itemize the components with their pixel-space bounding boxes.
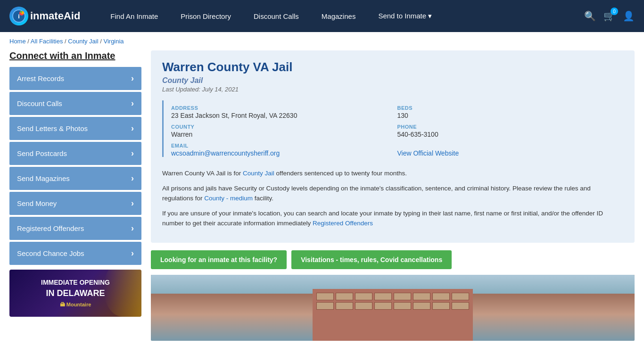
window	[394, 293, 411, 300]
beds-value: 130	[397, 112, 624, 119]
facility-card: Warren County VA Jail County Jail Last U…	[151, 50, 635, 243]
detail-col-left: ADDRESS 23 East Jackson St, Front Royal,…	[171, 100, 397, 157]
sidebar-item-label: Send Money	[17, 199, 57, 207]
county-jail-link[interactable]: County Jail	[243, 170, 274, 177]
facility-name: Warren County VA Jail	[162, 60, 623, 74]
detail-col-right: BEDS 130 PHONE 540-635-3100 View Officia…	[397, 100, 624, 157]
breadcrumb: Home / All Facilities / County Jail / Vi…	[0, 32, 644, 50]
sidebar-item-send-letters[interactable]: Send Letters & Photos ›	[9, 117, 141, 140]
sidebar-item-label: Send Postcards	[17, 149, 67, 157]
sidebar-item-label: Send Magazines	[17, 174, 70, 182]
logo-icon: i	[9, 7, 28, 25]
find-inmate-button[interactable]: Looking for an inmate at this facility?	[151, 250, 287, 269]
sidebar-item-send-postcards[interactable]: Send Postcards ›	[9, 142, 141, 165]
sidebar-item-second-chance-jobs[interactable]: Second Chance Jobs ›	[9, 242, 141, 265]
window	[355, 293, 372, 300]
chevron-right-icon: ›	[131, 99, 134, 108]
sidebar-items: Arrest Records › Discount Calls › Send L…	[9, 67, 141, 265]
building-windows	[313, 289, 473, 313]
cart-badge: 0	[611, 8, 618, 15]
email-link[interactable]: wcsoadmin@warrencountysheriff.org	[171, 149, 280, 157]
sidebar-item-registered-offenders[interactable]: Registered Offenders ›	[9, 217, 141, 240]
window	[432, 293, 450, 300]
sidebar-item-label: Discount Calls	[17, 99, 62, 107]
website-link[interactable]: View Official Website	[397, 149, 459, 157]
facility-description: Warren County VA Jail is for County Jail…	[162, 165, 623, 229]
ad-line1: IMMEDIATE OPENING	[41, 278, 110, 288]
window	[374, 293, 392, 300]
address-label: ADDRESS	[171, 105, 397, 111]
sidebar-item-send-money[interactable]: Send Money ›	[9, 192, 141, 215]
desc-paragraph-2: All prisons and jails have Security or C…	[162, 183, 623, 204]
desc-paragraph-1: Warren County VA Jail is for County Jail…	[162, 168, 623, 179]
county-value: Warren	[171, 131, 397, 138]
window	[452, 302, 469, 310]
window	[316, 293, 334, 300]
window	[452, 293, 469, 300]
nav-right: 🔍 🛒 0 👤	[584, 10, 635, 22]
chevron-right-icon: ›	[131, 198, 134, 208]
email-value: wcsoadmin@warrencountysheriff.org	[171, 149, 397, 157]
beds-label: BEDS	[397, 105, 624, 111]
search-icon[interactable]: 🔍	[584, 10, 596, 22]
website-link-wrapper: View Official Website	[397, 149, 624, 157]
sidebar-item-label: Send Letters & Photos	[17, 124, 88, 132]
phone-value: 540-635-3100	[397, 131, 624, 138]
breadcrumb-home[interactable]: Home	[9, 38, 26, 45]
desc-paragraph-3: If you are unsure of your inmate's locat…	[162, 208, 623, 229]
ad-logo: 🏔 Mountaire	[41, 301, 110, 308]
nav-magazines[interactable]: Magazines	[310, 12, 367, 20]
cart-icon[interactable]: 🛒 0	[603, 10, 615, 22]
user-icon[interactable]: 👤	[623, 10, 635, 22]
chevron-right-icon: ›	[131, 173, 134, 183]
phone-label: PHONE	[397, 124, 624, 130]
county-label: COUNTY	[171, 124, 397, 130]
visitations-button[interactable]: Visitations - times, rules, Covid cancel…	[291, 250, 452, 269]
facility-type: County Jail	[162, 76, 623, 85]
nav-discount-calls[interactable]: Discount Calls	[242, 12, 310, 20]
breadcrumb-county-jail[interactable]: County Jail	[68, 38, 98, 45]
breadcrumb-virginia[interactable]: Virginia	[103, 38, 124, 45]
window	[413, 302, 430, 310]
sidebar-ad: IMMEDIATE OPENING IN DELAWARE 🏔 Mountair…	[9, 270, 141, 317]
window	[355, 302, 372, 310]
logo[interactable]: i inmateAid	[9, 7, 80, 25]
window	[336, 302, 353, 310]
chevron-right-icon: ›	[131, 248, 134, 258]
window	[394, 302, 411, 310]
action-buttons: Looking for an inmate at this facility? …	[151, 250, 635, 269]
window	[432, 302, 450, 310]
nav-find-inmate[interactable]: Find An Inmate	[99, 12, 169, 20]
facility-details: ADDRESS 23 East Jackson St, Front Royal,…	[162, 100, 623, 157]
content: Warren County VA Jail County Jail Last U…	[151, 50, 635, 341]
registered-offenders-link[interactable]: Registered Offenders	[313, 220, 373, 227]
window	[336, 293, 353, 300]
chevron-right-icon: ›	[131, 223, 134, 233]
window	[316, 302, 334, 310]
nav-prison-directory[interactable]: Prison Directory	[169, 12, 242, 20]
chevron-right-icon: ›	[131, 148, 134, 158]
breadcrumb-all-facilities[interactable]: All Facilities	[31, 38, 63, 45]
window	[413, 293, 430, 300]
sidebar-item-discount-calls[interactable]: Discount Calls ›	[9, 92, 141, 115]
email-label: EMAIL	[171, 143, 397, 148]
sidebar-item-label: Registered Offenders	[17, 224, 84, 232]
facility-updated: Last Updated: July 14, 2021	[162, 86, 623, 93]
sidebar-item-arrest-records[interactable]: Arrest Records ›	[9, 67, 141, 90]
ad-text: IMMEDIATE OPENING IN DELAWARE 🏔 Mountair…	[41, 278, 110, 308]
chevron-right-icon: ›	[131, 74, 134, 83]
chevron-right-icon: ›	[131, 123, 134, 133]
nav-links: Find An Inmate Prison Directory Discount…	[99, 12, 584, 20]
county-medium-link[interactable]: County - medium	[204, 195, 253, 202]
svg-point-4	[20, 11, 22, 13]
ad-line2: IN DELAWARE	[41, 288, 110, 299]
nav-send-to-inmate[interactable]: Send to Inmate ▾	[367, 12, 443, 20]
sidebar-title: Connect with an Inmate	[9, 50, 141, 61]
main-layout: Connect with an Inmate Arrest Records › …	[0, 50, 644, 341]
sidebar: Connect with an Inmate Arrest Records › …	[9, 50, 141, 341]
sidebar-item-send-magazines[interactable]: Send Magazines ›	[9, 167, 141, 190]
sidebar-item-label: Second Chance Jobs	[17, 249, 84, 257]
navbar: i inmateAid Find An Inmate Prison Direct…	[0, 0, 644, 32]
facility-image	[151, 275, 635, 341]
address-value: 23 East Jackson St, Front Royal, VA 2263…	[171, 112, 397, 119]
